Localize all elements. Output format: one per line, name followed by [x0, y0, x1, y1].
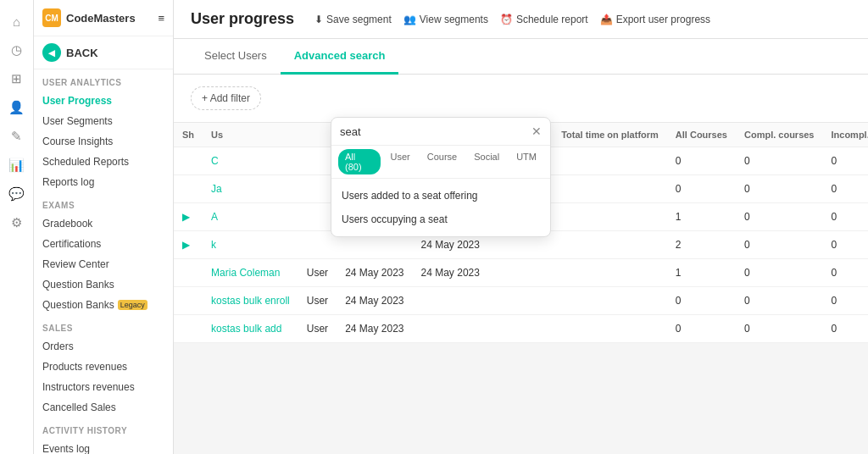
search-result-seat-offering[interactable]: Users added to a seat offering — [331, 184, 550, 208]
back-circle-icon: ◀ — [42, 43, 61, 62]
row-all-courses: 1 — [667, 259, 736, 287]
row-expand[interactable] — [174, 147, 203, 175]
row-incompl-courses: 0 — [823, 203, 869, 231]
search-results: Users added to a seat offering Users occ… — [331, 179, 550, 236]
tab-advanced-search[interactable]: Advanced search — [281, 39, 399, 75]
section-user-analytics: USER ANALYTICS — [34, 69, 173, 91]
row-all-courses: 0 — [667, 175, 736, 203]
sidebar-item-scheduled-reports[interactable]: Scheduled Reports — [34, 152, 173, 172]
row-total-time — [553, 259, 667, 287]
search-tab-utm[interactable]: UTM — [509, 149, 543, 174]
sidebar-item-instructors-revenues[interactable]: Instructors revenues — [34, 377, 173, 397]
row-compl-courses: 0 — [736, 287, 823, 315]
sidebar-logo: CM CodeMasters — [42, 8, 136, 27]
settings-icon[interactable]: ⚙ — [4, 210, 30, 235]
person-icon[interactable]: 👤 — [4, 95, 30, 120]
row-incompl-courses: 0 — [823, 147, 869, 175]
sidebar-item-events-log[interactable]: Events log — [34, 439, 173, 454]
chart-icon[interactable]: 📊 — [4, 152, 30, 178]
sidebar-collapse-icon[interactable]: ≡ — [158, 12, 164, 25]
sidebar-back-button[interactable]: ◀ BACK — [34, 36, 173, 69]
row-total-time — [553, 203, 667, 231]
sidebar-item-question-banks[interactable]: Question Banks — [34, 274, 173, 295]
export-icon: 📤 — [600, 14, 613, 25]
sidebar-item-orders[interactable]: Orders — [34, 336, 173, 357]
row-all-courses: 2 — [667, 231, 736, 259]
search-tab-user[interactable]: User — [384, 149, 417, 174]
search-filter-tabs: All (80) User Course Social UTM — [331, 146, 550, 179]
schedule-report-button[interactable]: ⏰ Schedule report — [500, 14, 588, 25]
pencil-icon[interactable]: ✎ — [4, 124, 30, 149]
row-user[interactable]: kostas bulk enroll — [203, 287, 298, 315]
row-incompl-courses: 0 — [823, 175, 869, 203]
sidebar-item-cancelled-sales[interactable]: Cancelled Sales — [34, 397, 173, 418]
filter-area: + Add filter ✕ All (80) User Course Soci… — [174, 75, 868, 123]
sidebar-item-user-segments[interactable]: User Segments — [34, 111, 173, 131]
search-input-row: ✕ — [331, 118, 550, 146]
row-expand[interactable]: ▶ — [174, 203, 203, 231]
row-expand[interactable]: ▶ — [174, 231, 203, 259]
row-incompl-courses: 0 — [823, 315, 869, 343]
search-tab-all[interactable]: All (80) — [338, 149, 381, 174]
row-user[interactable]: kostas bulk add — [203, 315, 298, 343]
sidebar-item-gradebook[interactable]: Gradebook — [34, 213, 173, 234]
search-input[interactable] — [340, 125, 526, 138]
section-activity-history: ACTIVITY HISTORY — [34, 418, 173, 439]
row-study-time — [488, 315, 553, 343]
row-total-time — [553, 147, 667, 175]
row-expand[interactable] — [174, 175, 203, 203]
home-icon[interactable]: ⌂ — [4, 8, 30, 34]
row-compl-courses: 0 — [736, 175, 823, 203]
save-segment-button[interactable]: ⬇ Save segment — [314, 14, 392, 25]
logo-icon: CM — [42, 8, 61, 27]
row-expand[interactable] — [174, 287, 203, 315]
grid-icon[interactable]: ⊞ — [4, 66, 30, 91]
row-total-time — [553, 315, 667, 343]
legacy-badge: Legacy — [118, 300, 147, 310]
row-user[interactable]: k — [203, 231, 298, 259]
row-user[interactable]: A — [203, 203, 298, 231]
col-incompl-courses: Incompl. courses — [823, 123, 869, 147]
export-button[interactable]: 📤 Export user progress — [600, 14, 710, 25]
sidebar-item-question-banks-legacy[interactable]: Question Banks Legacy — [34, 295, 173, 315]
row-expand[interactable] — [174, 259, 203, 287]
row-last-enrollm — [413, 315, 488, 343]
add-filter-button[interactable]: + Add filter — [191, 86, 261, 110]
chat-icon[interactable]: 💬 — [4, 181, 30, 207]
clock-icon[interactable]: ◷ — [4, 37, 30, 63]
row-expand[interactable] — [174, 315, 203, 343]
col-user: Us — [203, 123, 298, 147]
search-tab-social[interactable]: Social — [467, 149, 506, 174]
section-exams: EXAMS — [34, 192, 173, 213]
row-compl-courses: 0 — [736, 259, 823, 287]
sidebar-item-products-revenues[interactable]: Products revenues — [34, 357, 173, 377]
row-study-time — [488, 259, 553, 287]
row-user[interactable]: Maria Coleman — [203, 259, 298, 287]
row-total-time — [553, 175, 667, 203]
row-user[interactable]: Ja — [203, 175, 298, 203]
page-title: User progress — [191, 10, 294, 28]
table-row: Maria ColemanUser24 May 202324 May 20231… — [174, 259, 868, 287]
sidebar-item-user-progress[interactable]: User Progress — [34, 91, 173, 111]
col-compl-courses: Compl. courses — [736, 123, 823, 147]
icon-rail: ⌂ ◷ ⊞ 👤 ✎ 📊 💬 ⚙ — [0, 0, 34, 454]
search-result-occupying-seat[interactable]: Users occupying a seat — [331, 208, 550, 231]
row-user[interactable]: C — [203, 147, 298, 175]
tab-select-users[interactable]: Select Users — [191, 39, 281, 75]
sidebar-item-review-center[interactable]: Review Center — [34, 254, 173, 274]
sidebar-item-course-insights[interactable]: Course Insights — [34, 131, 173, 152]
search-dropdown: ✕ All (80) User Course Social UTM Users … — [331, 117, 551, 237]
row-last-enrollm: 24 May 2023 — [413, 259, 488, 287]
row-last-login: 24 May 2023 — [337, 259, 412, 287]
col-all-courses: All Courses — [667, 123, 736, 147]
sidebar: CM CodeMasters ≡ ◀ BACK USER ANALYTICS U… — [34, 0, 174, 454]
table-row: kostas bulk enrollUser24 May 20230000 — [174, 287, 868, 315]
close-icon[interactable]: ✕ — [531, 125, 542, 138]
col-total-time: Total time on platform — [553, 123, 667, 147]
row-incompl-courses: 0 — [823, 231, 869, 259]
row-all-courses: 1 — [667, 203, 736, 231]
sidebar-item-certifications[interactable]: Certifications — [34, 234, 173, 254]
sidebar-item-reports-log[interactable]: Reports log — [34, 172, 173, 192]
view-segments-button[interactable]: 👥 View segments — [403, 14, 488, 25]
search-tab-course[interactable]: Course — [420, 149, 464, 174]
